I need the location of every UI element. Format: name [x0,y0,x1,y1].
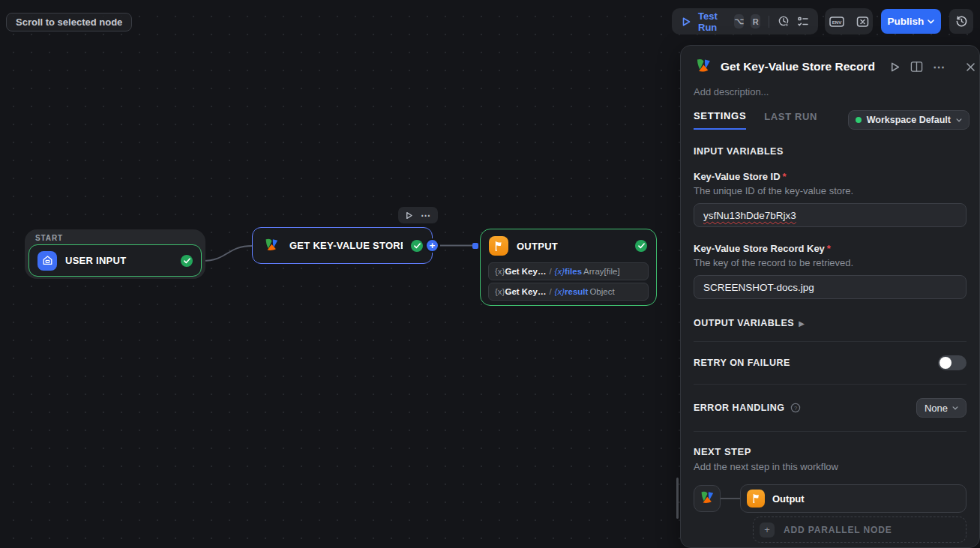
r-key-badge: R [751,14,760,28]
output-flag-icon [747,490,765,508]
next-step-heading: NEXT STEP [694,446,967,457]
workspace-selector[interactable]: Workspace Default [848,110,970,130]
field-description: The key of the record to be retrieved. [694,257,967,268]
current-node-button[interactable] [694,485,721,512]
variables-icon[interactable] [856,16,869,28]
history-icon [955,15,968,28]
connector-line [721,498,740,499]
error-handling-heading: ERROR HANDLING [694,403,785,413]
user-input-icon [37,251,57,271]
output-variables-toggle[interactable]: OUTPUT VARIABLES ▶ [694,318,967,328]
add-parallel-label: ADD PARALLEL NODE [784,525,892,535]
publish-button[interactable]: Publish [881,9,941,34]
panel-scrollbar[interactable] [676,478,679,519]
input-value: ysfNu13hDde7bRjx3 [703,210,796,221]
success-check-icon [181,255,193,267]
variable-token-icon: {x} [555,267,565,276]
output-variables-heading: OUTPUT VARIABLES [694,318,794,328]
apify-icon [262,236,281,256]
retry-toggle[interactable] [938,355,967,370]
schedule-icon[interactable] [778,15,790,28]
success-check-icon [635,240,647,252]
add-next-node-port[interactable]: + [425,238,439,253]
node-more-icon[interactable]: ⋯ [421,210,431,221]
field-record-key: Key-Value Store Record Key* The key of t… [694,243,967,299]
next-step-output-node[interactable]: Output [740,484,967,513]
node-settings-panel: Get Key-Value Store Record ⋯ Add descrip… [680,45,980,548]
error-handling-select[interactable]: None [916,398,967,418]
workspace-status-dot [856,117,862,123]
kv-store-node[interactable]: GET KEY-VALUE STORE RECORD + [252,227,433,264]
error-handling-row: ERROR HANDLING ? None [694,385,967,431]
publish-label: Publish [888,16,925,27]
input-variables-heading: INPUT VARIABLES [694,146,967,157]
toolbar-divider [769,16,769,28]
kv-store-node-label: GET KEY-VALUE STORE RECORD [289,240,403,251]
description-placeholder[interactable]: Add description... [681,76,979,97]
field-description: The unique ID of the key-value store. [694,185,967,196]
tab-settings[interactable]: SETTINGS [694,110,746,130]
variable-token-icon: {x} [495,287,505,296]
error-handling-value: None [925,403,948,414]
scroll-to-selected-node-button[interactable]: Scroll to selected node [6,13,132,31]
env-toolbar: ENV [825,8,873,34]
start-node-group: START USER INPUT [25,229,205,279]
run-node-icon[interactable] [889,61,901,73]
source-node-name: Get Key… [505,267,546,276]
variable-type: Array[file] [582,267,620,276]
panel-header: Get Key-Value Store Record ⋯ [681,46,979,76]
retry-on-failure-row: RETRY ON FAILURE [694,342,967,384]
field-label: Key-Value Store Record Key [694,243,825,254]
input-value: SCREENSHOT-docs.jpg [703,282,814,293]
svg-text:ENV: ENV [832,19,842,24]
output-variable-row[interactable]: {x}Get Key…/{x}filesArray[file] [488,262,649,280]
path-separator: / [546,267,554,276]
option-key-badge: ⌥ [734,14,744,28]
required-asterisk: * [783,171,787,182]
chevron-down-icon [956,118,962,122]
help-icon[interactable]: ? [790,403,801,413]
history-button[interactable] [949,9,973,34]
chevron-right-icon: ▶ [799,319,805,328]
path-separator: / [546,287,554,296]
play-icon[interactable] [681,16,691,27]
output-variable-row[interactable]: {x}Get Key…/{x}resultObject [488,283,649,301]
node-play-icon[interactable] [405,211,413,220]
field-label: Key-Value Store ID [694,171,781,182]
panel-title: Get Key-Value Store Record [721,60,880,73]
panel-tabs: SETTINGS LAST RUN Workspace Default [681,97,979,130]
variable-token-icon: {x} [555,287,565,296]
chevron-down-icon [928,19,934,24]
runs-list-icon[interactable] [797,16,809,28]
next-step-description: Add the next step in this workflow [694,461,967,472]
source-node-name: Get Key… [505,287,546,296]
kv-store-id-input[interactable]: ysfNu13hDde7bRjx3 [694,203,967,227]
output-flag-icon [489,236,508,256]
plus-icon: + [760,523,775,538]
output-node-label: OUTPUT [517,241,627,252]
apify-icon [698,490,716,508]
docs-book-icon[interactable] [910,61,923,73]
close-icon[interactable] [966,62,976,72]
next-step-section: NEXT STEP Add the next step in this work… [694,432,967,543]
user-input-node-label: USER INPUT [65,255,172,266]
next-step-node-label: Output [772,493,805,505]
start-group-label: START [35,234,63,242]
more-options-icon[interactable]: ⋯ [933,60,946,74]
test-run-button[interactable]: Test Run [698,10,726,33]
tab-last-run[interactable]: LAST RUN [764,111,817,129]
workspace-label: Workspace Default [867,115,951,125]
user-input-node[interactable]: USER INPUT [28,244,202,277]
variable-name: result [565,287,588,296]
env-icon[interactable]: ENV [829,16,844,28]
chevron-down-icon [952,406,958,410]
add-parallel-node-button[interactable]: + ADD PARALLEL NODE [753,517,967,543]
run-toolbar: Test Run ⌥ R [672,8,818,34]
record-key-input[interactable]: SCREENSHOT-docs.jpg [694,275,967,299]
field-kv-store-id: Key-Value Store ID* The unique ID of the… [694,171,967,227]
required-asterisk: * [827,243,831,254]
variable-type: Object [588,287,614,296]
success-check-icon [411,240,423,252]
variable-token-icon: {x} [495,267,505,276]
output-node[interactable]: OUTPUT {x}Get Key…/{x}filesArray[file] {… [480,229,657,306]
